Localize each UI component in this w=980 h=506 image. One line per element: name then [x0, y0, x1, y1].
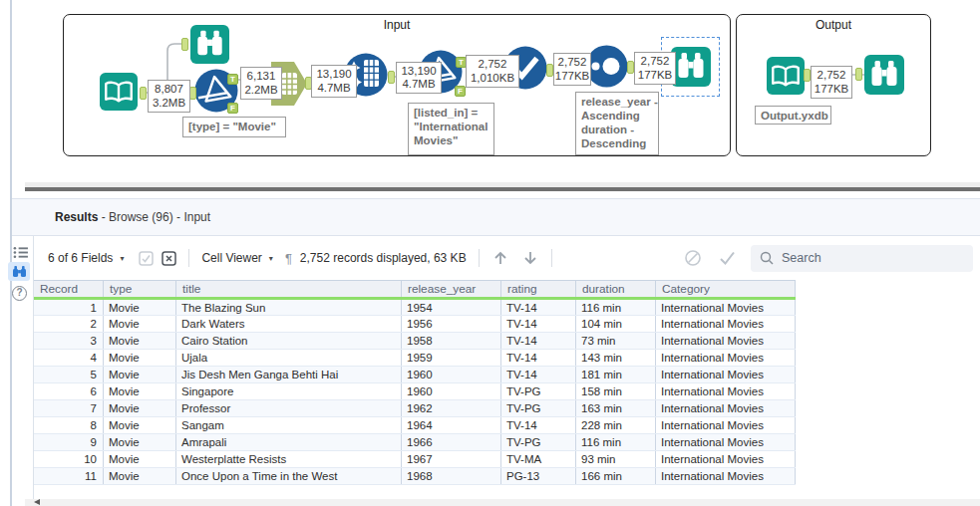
output-anchor[interactable]	[546, 64, 553, 77]
preview-binoculars-icon[interactable]	[8, 262, 30, 281]
table-row[interactable]: 6MovieSingapore1960TV-PG158 minInternati…	[34, 383, 796, 400]
cell-title[interactable]: Professor	[176, 400, 402, 417]
cell-duration[interactable]: 116 min	[576, 434, 656, 451]
cell-Category[interactable]: International Movies	[656, 417, 796, 434]
cell-rating[interactable]: PG-13	[501, 468, 576, 485]
cell-Category[interactable]: International Movies	[656, 468, 796, 485]
cell-type[interactable]: Movie	[104, 434, 176, 451]
cell-type[interactable]: Movie	[104, 383, 176, 400]
cell-Category[interactable]: International Movies	[656, 316, 796, 333]
cell-duration[interactable]: 73 min	[576, 333, 656, 350]
metadata-list-icon[interactable]	[13, 245, 28, 263]
cell-title[interactable]: Ujala	[176, 350, 402, 367]
column-header-Category[interactable]: Category	[656, 281, 796, 299]
cell-type[interactable]: Movie	[104, 417, 176, 434]
cell-release_year[interactable]: 1958	[402, 333, 501, 350]
cell-type[interactable]: Movie	[104, 299, 176, 316]
cell-rating[interactable]: TV-PG	[501, 383, 576, 400]
cell-release_year[interactable]: 1964	[402, 417, 501, 434]
search-input[interactable]: Search	[751, 245, 973, 272]
cell-duration[interactable]: 116 min	[576, 299, 656, 316]
cell-rating[interactable]: TV-14	[501, 417, 576, 434]
cell-Record[interactable]: 8	[34, 417, 104, 434]
cell-rating[interactable]: TV-14	[501, 299, 576, 316]
cell-duration[interactable]: 228 min	[576, 417, 656, 434]
chevron-down-icon[interactable]: ▾	[269, 254, 273, 263]
connection-annotation[interactable]: 6,1312.2MB	[240, 67, 282, 100]
input-anchor[interactable]	[189, 87, 196, 100]
cell-duration[interactable]: 93 min	[576, 451, 656, 468]
browse-tool-1[interactable]	[190, 25, 229, 64]
cell-Category[interactable]: International Movies	[656, 434, 796, 451]
cell-release_year[interactable]: 1962	[402, 400, 501, 417]
cell-title[interactable]: Once Upon a Time in the West	[176, 468, 402, 485]
table-row[interactable]: 2MovieDark Waters1956TV-14104 minInterna…	[34, 316, 796, 333]
cell-release_year[interactable]: 1960	[402, 383, 501, 400]
table-row[interactable]: 1MovieThe Blazing Sun1954TV-14116 minInt…	[34, 299, 796, 316]
cell-release_year[interactable]: 1960	[402, 367, 501, 383]
cell-title[interactable]: Sangam	[176, 417, 402, 434]
cell-title[interactable]: Jis Desh Men Ganga Behti Hai	[176, 367, 402, 383]
cell-release_year[interactable]: 1967	[402, 451, 501, 468]
cell-duration[interactable]: 143 min	[576, 350, 656, 367]
cell-type[interactable]: Movie	[104, 333, 176, 350]
cell-Record[interactable]: 9	[34, 434, 104, 451]
connection-annotation[interactable]: 2,752177KB	[553, 53, 591, 86]
connection-annotation[interactable]: 8,8073.2MB	[148, 80, 190, 113]
cell-Record[interactable]: 3	[34, 333, 104, 350]
table-row[interactable]: 10MovieWesterplatte Resists1967TV-MA93 m…	[34, 451, 796, 468]
cell-rating[interactable]: TV-PG	[501, 400, 576, 417]
splitter-handle[interactable]	[25, 187, 980, 191]
cell-release_year[interactable]: 1954	[402, 299, 501, 316]
column-header-title[interactable]: title	[176, 281, 402, 299]
connection-annotation[interactable]: 2,7521,010KB	[466, 55, 519, 88]
output-anchor[interactable]	[388, 71, 395, 84]
cell-duration[interactable]: 104 min	[576, 316, 656, 333]
table-row[interactable]: 7MovieProfessor1962TV-PG163 minInternati…	[34, 400, 796, 417]
cell-Record[interactable]: 10	[34, 451, 104, 468]
table-row[interactable]: 4MovieUjala1959TV-14143 minInternational…	[34, 350, 796, 367]
table-row[interactable]: 5MovieJis Desh Men Ganga Behti Hai1960TV…	[34, 367, 796, 383]
cell-title[interactable]: The Blazing Sun	[176, 299, 402, 316]
cell-Record[interactable]: 4	[34, 350, 104, 367]
cell-title[interactable]: Westerplatte Resists	[176, 451, 402, 468]
cell-Category[interactable]: International Movies	[656, 451, 796, 468]
arrow-down-icon[interactable]	[521, 249, 539, 267]
connection-annotation[interactable]: 2,752177KB	[811, 66, 852, 99]
pilcrow-icon[interactable]: ¶	[285, 251, 292, 266]
output-anchor[interactable]	[804, 69, 811, 82]
cell-Category[interactable]: International Movies	[656, 383, 796, 400]
false-anchor[interactable]: F	[455, 86, 466, 97]
sort-tool[interactable]	[585, 45, 628, 88]
output-anchor[interactable]	[140, 87, 147, 100]
table-row[interactable]: 8MovieSangam1964TV-14228 minInternationa…	[34, 417, 796, 434]
input-anchor[interactable]	[181, 38, 188, 51]
arrow-up-icon[interactable]	[491, 249, 509, 267]
cell-type[interactable]: Movie	[104, 468, 176, 485]
help-icon[interactable]: ?	[12, 286, 27, 301]
cell-Category[interactable]: International Movies	[656, 367, 796, 383]
cell-type[interactable]: Movie	[104, 316, 176, 333]
cell-Category[interactable]: International Movies	[656, 400, 796, 417]
connection-annotation[interactable]: 13,1904.7MB	[396, 62, 442, 94]
input-anchor[interactable]	[855, 68, 862, 81]
table-row[interactable]: 3MovieCairo Station1958TV-1473 minIntern…	[34, 333, 796, 350]
output-data-tool[interactable]	[767, 57, 805, 95]
select-all-checkbox-icon[interactable]	[139, 251, 154, 266]
true-anchor[interactable]: T	[227, 74, 238, 85]
column-header-duration[interactable]: duration	[576, 281, 656, 299]
no-filter-icon[interactable]	[684, 249, 702, 267]
cell-duration[interactable]: 158 min	[576, 383, 656, 400]
cell-title[interactable]: Singapore	[176, 383, 402, 400]
cell-Record[interactable]: 5	[34, 367, 104, 383]
apply-check-icon[interactable]	[717, 249, 737, 267]
cell-release_year[interactable]: 1968	[402, 468, 501, 485]
cell-title[interactable]: Amrapali	[176, 434, 402, 451]
cell-type[interactable]: Movie	[104, 451, 176, 468]
cell-duration[interactable]: 163 min	[576, 400, 656, 417]
cell-rating[interactable]: TV-14	[501, 316, 576, 333]
cell-release_year[interactable]: 1966	[402, 434, 501, 451]
cell-Record[interactable]: 11	[34, 468, 104, 485]
cell-Category[interactable]: International Movies	[656, 333, 796, 350]
cell-release_year[interactable]: 1959	[402, 350, 501, 367]
